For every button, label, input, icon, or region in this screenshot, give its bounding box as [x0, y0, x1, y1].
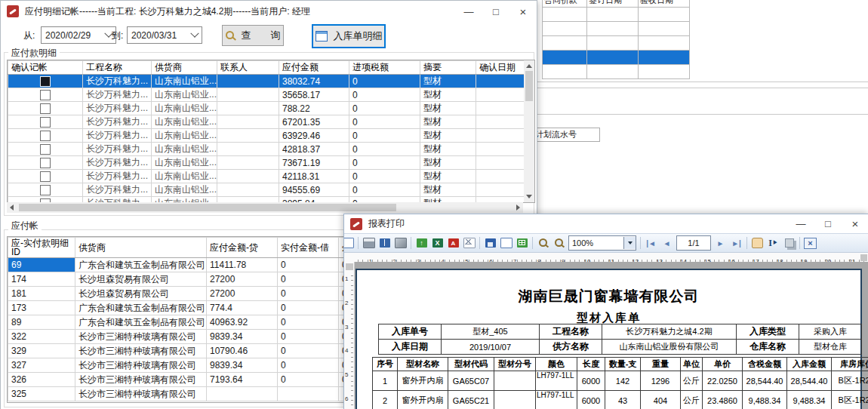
column-header[interactable]: 确认记帐	[8, 61, 83, 75]
confirm-checkbox[interactable]	[40, 103, 51, 114]
scrollbar-thumb[interactable]	[525, 71, 533, 101]
column-header[interactable]: 供货商	[75, 238, 207, 258]
table-row[interactable]: 327 长沙市三湘特种玻璃有限公司 9839.34 0 0	[8, 358, 347, 373]
table-row[interactable]: 322 长沙市三湘特种玻璃有限公司 9839.34 0 0	[8, 330, 347, 344]
column-header[interactable]: 实付金额-借	[278, 238, 339, 258]
column-header[interactable]: 应付金额-贷	[207, 238, 278, 258]
table-row[interactable]	[543, 22, 690, 36]
last-page-button[interactable]: ►|	[729, 237, 743, 250]
column-header[interactable]: 供货商	[152, 61, 217, 75]
to-date-select[interactable]: 2020/03/31	[127, 26, 202, 44]
table-row[interactable]	[543, 65, 690, 79]
separator	[479, 237, 480, 249]
confirm-checkbox[interactable]	[40, 117, 51, 128]
table-row[interactable]: 69 广东合和建筑五金制品有限公司 11411.78 0 0	[8, 258, 347, 272]
confirm-checkbox[interactable]	[40, 76, 51, 87]
save-icon[interactable]	[483, 237, 497, 250]
table-row[interactable]: 326 长沙市三湘特种玻璃有限公司 7193.64 0 0	[8, 373, 347, 387]
table-row[interactable]: 长沙万科魅力... 山东南山铝业... 94555.69 0 型材 251	[8, 183, 536, 197]
settings-icon[interactable]	[393, 237, 408, 250]
first-page-button[interactable]: |◄	[644, 237, 658, 250]
confirm-checkbox[interactable]	[40, 171, 51, 182]
inbound-detail-button[interactable]: 入库单明细	[312, 24, 386, 48]
ruler-thumb[interactable]	[346, 263, 353, 270]
table-row[interactable]: 173 广东合和建筑五金制品有限公司 774.4 0 0	[8, 301, 347, 315]
table-row[interactable]: 长沙万科魅力... 山东南山铝业... 42818.37 0 型材 275	[8, 143, 536, 156]
copy-icon[interactable]	[782, 237, 796, 250]
table-row[interactable]: 174 长沙坦森贸易有限公司 27200 0 0	[8, 272, 347, 287]
confirm-checkbox[interactable]	[40, 131, 51, 141]
excel-export-icon[interactable]: X	[430, 237, 445, 250]
column-header[interactable]: 应付金额	[279, 61, 349, 75]
table-row[interactable]: 325 长沙市三湘特种玻璃有限公司	[8, 387, 347, 401]
table-row[interactable]: 长沙万科魅力... 山东南山铝业... 38032.74 0 型材 405	[8, 75, 536, 88]
scroll-left-icon[interactable]	[10, 204, 14, 211]
column-header[interactable]: 工程名称	[83, 61, 152, 75]
search-icon	[226, 31, 235, 41]
mail-icon[interactable]	[462, 237, 476, 250]
table-row[interactable]: 长沙万科魅力... 山东南山铝业... 67201.35 0 型材 283	[8, 115, 536, 129]
column-header[interactable]: 摘要	[420, 61, 476, 75]
separator	[532, 237, 533, 249]
column-header[interactable]: 应-实付款明细ID	[8, 238, 75, 258]
chevron-down-icon[interactable]	[623, 237, 636, 249]
prev-page-button[interactable]: ◄	[660, 237, 674, 250]
table-row[interactable]: 长沙万科魅力... 山东南山铝业... 788.22 0 型材 358	[8, 102, 536, 115]
title-bar[interactable]: 应付明细记帐------当前工程: 长沙万科魅力之城4.2期------当前用户…	[1, 1, 537, 22]
document-preview-icon[interactable]	[499, 237, 513, 250]
table-row[interactable]: 长沙万科魅力... 山东南山铝业... 73671.19 0 型材 266	[8, 156, 536, 170]
to-label: 到:	[112, 29, 123, 42]
confirm-checkbox[interactable]	[40, 144, 51, 155]
table-row[interactable]: 89 广东合和建筑五金制品有限公司 40963.92 0 0	[8, 315, 347, 330]
separator	[746, 237, 747, 249]
table-row[interactable]	[543, 8, 690, 22]
confirm-checkbox[interactable]	[40, 90, 51, 100]
from-date-value: 2020/02/29	[45, 30, 101, 41]
column-header[interactable]: 联系人	[217, 61, 279, 75]
from-date-select[interactable]: 2020/02/29	[41, 26, 116, 44]
hand-tool-icon[interactable]	[750, 237, 765, 250]
table-icon[interactable]	[515, 237, 529, 250]
report-detail-table: 序号 型材名称 型材代码 型材分号 颜色 长度 数量-支 重量 单位 单价 含税…	[372, 357, 868, 409]
confirm-checkbox[interactable]	[40, 158, 51, 168]
close-preview-icon[interactable]: ×	[803, 237, 817, 250]
confirm-checkbox[interactable]	[40, 185, 51, 195]
preview-area[interactable]: 123456 湖南巨晟门窗幕墙有限公司 型材入库单 入库单号 型材_405 工程…	[344, 262, 868, 409]
zoom-select[interactable]: 100%	[568, 235, 636, 251]
table-row-selected[interactable]	[543, 51, 690, 65]
query-button[interactable]: 查 询	[222, 25, 284, 46]
zoom-out-icon[interactable]	[552, 237, 566, 250]
zoom-in-icon[interactable]	[536, 237, 550, 250]
table-row[interactable]: 长沙万科魅力... 山东南山铝业... 63929.46 0 型材 276	[8, 129, 536, 143]
maximize-button[interactable]: □	[814, 215, 842, 233]
page-input[interactable]: 1/1	[676, 235, 711, 251]
horizontal-scrollbar[interactable]	[7, 202, 523, 213]
next-page-button[interactable]: ►	[713, 237, 728, 250]
title-bar[interactable]: 报表打印 — □ ×	[344, 214, 868, 233]
table-row[interactable]: 长沙万科魅力... 山东南山铝业... 42118.31 0 型材 265	[8, 170, 536, 183]
scroll-down-icon[interactable]	[526, 195, 532, 198]
column-header[interactable]: 进项税额	[349, 61, 420, 75]
vertical-scrollbar[interactable]	[524, 60, 534, 202]
pdf-export-icon[interactable]: A	[446, 237, 460, 250]
scroll-up-icon[interactable]	[526, 64, 532, 68]
book-icon[interactable]	[377, 237, 392, 250]
table-row[interactable]: 181 长沙坦森贸易有限公司 27200 0 0	[8, 287, 347, 301]
export-icon[interactable]: ↑	[414, 237, 429, 250]
printer-icon[interactable]	[362, 237, 376, 250]
maximize-button[interactable]: □	[482, 2, 509, 20]
scrollbar-thumb[interactable]	[19, 204, 396, 211]
minimize-button[interactable]: —	[787, 215, 814, 233]
document-icon[interactable]	[343, 237, 355, 250]
text-select-icon[interactable]: I‣	[766, 237, 780, 250]
table-row[interactable]: 329 长沙市三湘特种玻璃有限公司 10790.46 0 0	[8, 344, 347, 358]
column-header: 验收日期	[639, 0, 690, 8]
close-button[interactable]: ×	[509, 2, 537, 20]
minimize-button[interactable]: —	[455, 2, 482, 20]
vertical-ruler: 123456	[344, 262, 355, 409]
table-row[interactable]: 长沙万科魅力... 山东南山铝业... 35658.17 0 型材 376	[8, 88, 536, 102]
table-row[interactable]	[543, 36, 690, 51]
ruler-thumb[interactable]	[860, 254, 867, 261]
scroll-right-icon[interactable]	[516, 204, 520, 211]
close-button[interactable]: ×	[842, 215, 868, 233]
